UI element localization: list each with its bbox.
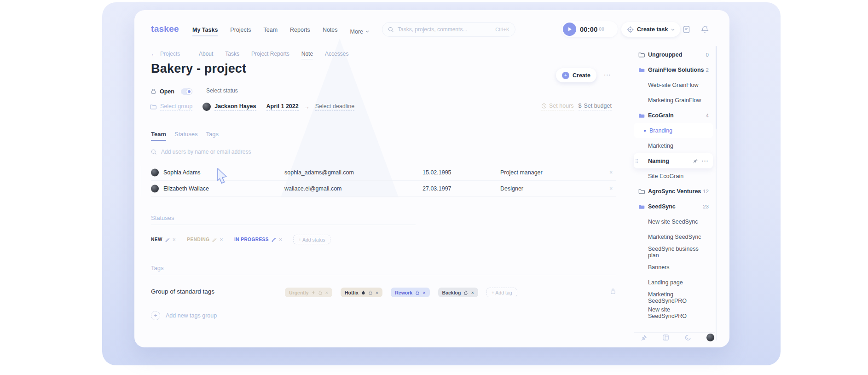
sidebar-project-new-site-seedsyncpro[interactable]: New site SeedSyncPRO <box>634 305 713 320</box>
select-status-link[interactable]: Select status <box>206 87 238 95</box>
member-search[interactable] <box>151 149 308 155</box>
timer-value: 00:00 <box>580 26 598 33</box>
owner-name[interactable]: Jackson Hayes <box>214 103 256 111</box>
more-options-icon[interactable]: ··· <box>702 158 709 164</box>
nav-team[interactable]: Team <box>264 27 278 36</box>
droplet-icon[interactable] <box>368 290 373 295</box>
status-chip: NEW × <box>151 237 176 243</box>
set-hours-link[interactable]: Set hours <box>541 103 574 110</box>
sidebar-item-label: Marketing SeedSyncPRO <box>648 291 709 304</box>
tag-chip-hotfix[interactable]: Hotfix × <box>341 288 382 297</box>
visibility-toggle[interactable] <box>181 88 192 95</box>
tag-chip-backlog[interactable]: Backlog × <box>438 288 478 297</box>
section-tab-statuses[interactable]: Statuses <box>174 131 198 141</box>
remove-member-icon[interactable]: × <box>609 169 613 176</box>
sidebar-group-grainflow-solutions[interactable]: GrainFlow Solutions 2 <box>634 62 713 77</box>
nav-more[interactable]: More <box>350 27 369 36</box>
sidebar-group-seedsync[interactable]: SeedSync 23 <box>634 199 713 214</box>
tab-project-reports[interactable]: Project Reports <box>251 51 289 59</box>
create-task-button[interactable]: Create task <box>621 22 680 37</box>
breadcrumb[interactable]: ← Projects <box>151 51 180 57</box>
edit-pencil-icon[interactable] <box>212 237 217 242</box>
nav-my-tasks[interactable]: My Tasks <box>192 27 218 36</box>
sidebar-scrollbar[interactable] <box>716 46 717 340</box>
remove-tag-icon[interactable]: × <box>422 290 425 295</box>
add-status-button[interactable]: + Add status <box>293 235 330 244</box>
page-title: Bakery - project <box>151 62 246 76</box>
play-icon <box>567 27 572 32</box>
nav-projects[interactable]: Projects <box>230 27 251 36</box>
lock-icon <box>151 88 156 94</box>
remove-tag-icon[interactable]: × <box>376 290 378 295</box>
start-date[interactable]: April 1 2022 <box>266 103 299 111</box>
add-tags-group-button[interactable]: + Add new tags group <box>151 311 217 320</box>
sidebar-project-marketing-seedsyncpro[interactable]: Marketing SeedSyncPRO <box>634 290 713 305</box>
folder-outline-icon <box>638 189 645 194</box>
sidebar-project-web-site-grainflow[interactable]: Web-site GrainFlow <box>634 77 713 92</box>
sidebar-project-seedsync-business-plan[interactable]: SeedSync business plan <box>634 244 713 260</box>
sidebar-group-ecograin[interactable]: EcoGrain 4 <box>634 108 713 123</box>
nav-reports[interactable]: Reports <box>290 27 310 36</box>
droplet-icon[interactable] <box>463 290 468 295</box>
set-budget-link[interactable]: $ Set budget <box>579 103 612 110</box>
scrollbar-thumb[interactable] <box>716 46 717 129</box>
sidebar-project-landing-page[interactable]: Landing page <box>634 275 713 290</box>
back-arrow-icon: ← <box>151 51 156 57</box>
sidebar-item-label: Web-site GrainFlow <box>648 82 699 88</box>
add-tag-button[interactable]: + Add tag <box>486 288 517 297</box>
global-search[interactable]: Ctrl+K <box>382 22 515 37</box>
global-search-input[interactable] <box>398 26 492 33</box>
section-tab-tags[interactable]: Tags <box>206 131 219 141</box>
sidebar-item-label: SeedSync <box>648 203 676 210</box>
droplet-icon[interactable] <box>415 290 420 295</box>
page-tabs: About Tasks Project Reports Note Accesse… <box>199 51 348 59</box>
moon-icon[interactable] <box>685 335 691 341</box>
sidebar-item-count: 2 <box>706 67 709 73</box>
timer-play-button[interactable] <box>563 23 576 36</box>
section-tab-team[interactable]: Team <box>151 131 166 141</box>
tag-label: Backlog <box>442 290 461 295</box>
sidebar-project-site-ecograin[interactable]: Site EcoGrain <box>634 168 713 184</box>
pin-icon[interactable] <box>693 158 698 164</box>
user-avatar[interactable] <box>706 334 714 341</box>
remove-tag-icon[interactable]: × <box>325 290 328 295</box>
droplet-icon[interactable] <box>318 290 323 295</box>
drag-handle-icon[interactable] <box>635 158 638 163</box>
sidebar-project-new-site-seedsync[interactable]: New site SeedSync <box>634 214 713 229</box>
sidebar-project-branding[interactable]: Branding <box>634 123 713 138</box>
tags-group-label: Group of standard tags <box>151 288 214 295</box>
select-group-link[interactable]: Select group <box>160 103 192 111</box>
tab-tasks[interactable]: Tasks <box>225 51 239 59</box>
tab-note[interactable]: Note <box>301 51 313 59</box>
tag-chip-rework[interactable]: Rework × <box>391 288 429 297</box>
notifications-button[interactable] <box>700 24 710 35</box>
visibility-label: Open <box>160 88 174 95</box>
sidebar-group-agrosync-ventures[interactable]: AgroSync Ventures 12 <box>634 184 713 199</box>
remove-status-icon[interactable]: × <box>279 237 283 243</box>
remove-status-icon[interactable]: × <box>220 237 223 243</box>
remove-member-icon[interactable]: × <box>609 185 613 192</box>
nav-notes[interactable]: Notes <box>323 27 338 36</box>
sidebar-group-ungroupped[interactable]: Ungroupped 0 <box>634 47 713 62</box>
tab-about[interactable]: About <box>199 51 213 59</box>
member-search-input[interactable] <box>161 149 308 155</box>
sidebar-project-banners[interactable]: Banners <box>634 260 713 275</box>
edit-pencil-icon[interactable] <box>272 237 276 242</box>
sidebar-project-marketing-grainflow[interactable]: Marketing GrainFlow <box>634 92 713 108</box>
notebook-button[interactable] <box>681 24 691 35</box>
sidebar-project-marketing-seedsync[interactable]: Marketing SeedSync <box>634 229 713 244</box>
tag-chip-urgently[interactable]: Urgently × <box>285 288 332 297</box>
folder-outline-icon <box>638 52 645 58</box>
pin-icon[interactable] <box>641 335 647 341</box>
widgets-panel-icon[interactable] <box>662 334 669 341</box>
more-options-icon[interactable]: ... <box>604 69 611 77</box>
edit-pencil-icon[interactable] <box>165 237 170 242</box>
sidebar-project-marketing[interactable]: Marketing <box>634 138 713 153</box>
search-icon <box>151 149 157 155</box>
tab-accesses[interactable]: Accesses <box>325 51 348 59</box>
create-button[interactable]: + Create <box>556 68 596 82</box>
select-deadline-link[interactable]: Select deadline <box>315 103 354 111</box>
remove-status-icon[interactable]: × <box>173 237 176 243</box>
remove-tag-icon[interactable]: × <box>471 290 474 295</box>
sidebar-project-naming[interactable]: Naming ··· <box>634 153 713 168</box>
